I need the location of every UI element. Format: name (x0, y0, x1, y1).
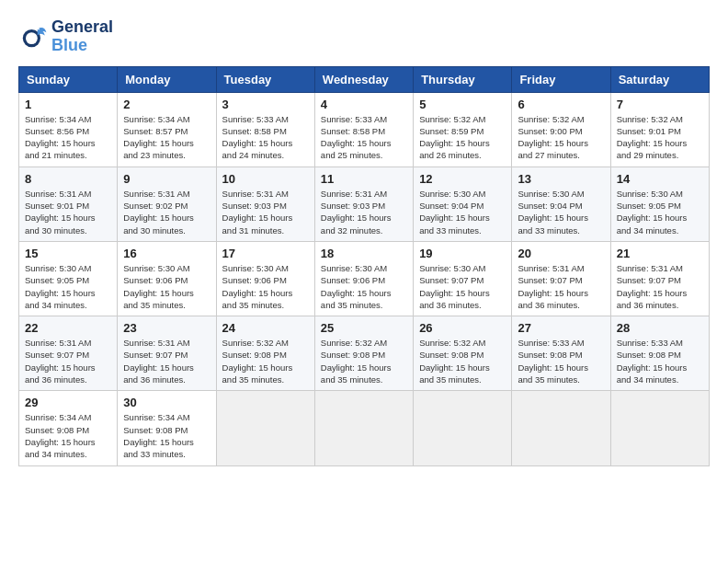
day-info: Sunrise: 5:31 AM Sunset: 9:01 PM Dayligh… (25, 188, 111, 236)
weekday-header: Sunday (19, 66, 118, 92)
day-info: Sunrise: 5:31 AM Sunset: 9:07 PM Dayligh… (123, 337, 210, 385)
day-number: 22 (25, 321, 111, 335)
calendar-day-cell: 12 Sunrise: 5:30 AM Sunset: 9:04 PM Dayl… (414, 167, 512, 241)
day-number: 20 (518, 247, 604, 260)
calendar-day-cell: 5 Sunrise: 5:32 AM Sunset: 8:59 PM Dayli… (414, 92, 512, 167)
logo: General Blue (18, 18, 113, 55)
day-info: Sunrise: 5:32 AM Sunset: 9:08 PM Dayligh… (321, 337, 407, 385)
calendar-day-cell: 28 Sunrise: 5:33 AM Sunset: 9:08 PM Dayl… (610, 316, 709, 391)
calendar-day-cell: 26 Sunrise: 5:32 AM Sunset: 9:08 PM Dayl… (414, 316, 512, 391)
calendar-day-cell: 11 Sunrise: 5:31 AM Sunset: 9:03 PM Dayl… (314, 167, 413, 241)
calendar-day-cell: 3 Sunrise: 5:33 AM Sunset: 8:58 PM Dayli… (216, 92, 314, 167)
day-number: 8 (25, 172, 111, 186)
day-info: Sunrise: 5:30 AM Sunset: 9:04 PM Dayligh… (419, 188, 506, 236)
calendar-day-cell: 16 Sunrise: 5:30 AM Sunset: 9:06 PM Dayl… (118, 241, 216, 316)
weekday-header: Tuesday (216, 66, 314, 92)
day-info: Sunrise: 5:30 AM Sunset: 9:06 PM Dayligh… (222, 262, 309, 311)
calendar-day-cell: 14 Sunrise: 5:30 AM Sunset: 9:05 PM Dayl… (610, 167, 709, 241)
day-number: 12 (419, 172, 506, 186)
calendar-day-cell: 13 Sunrise: 5:30 AM Sunset: 9:04 PM Dayl… (512, 167, 610, 241)
day-info: Sunrise: 5:33 AM Sunset: 8:58 PM Dayligh… (222, 113, 309, 162)
day-info: Sunrise: 5:31 AM Sunset: 9:07 PM Dayligh… (25, 337, 111, 385)
calendar-day-cell: 22 Sunrise: 5:31 AM Sunset: 9:07 PM Dayl… (19, 316, 118, 391)
day-info: Sunrise: 5:31 AM Sunset: 9:02 PM Dayligh… (123, 188, 210, 236)
calendar-day-cell: 2 Sunrise: 5:34 AM Sunset: 8:57 PM Dayli… (118, 92, 216, 167)
calendar-day-cell: 18 Sunrise: 5:30 AM Sunset: 9:06 PM Dayl… (314, 241, 413, 316)
day-info: Sunrise: 5:30 AM Sunset: 9:04 PM Dayligh… (518, 188, 604, 236)
calendar-day-cell: 4 Sunrise: 5:33 AM Sunset: 8:58 PM Dayli… (314, 92, 413, 167)
weekday-header: Thursday (414, 66, 512, 92)
day-info: Sunrise: 5:30 AM Sunset: 9:06 PM Dayligh… (321, 262, 407, 311)
calendar-day-cell: 17 Sunrise: 5:30 AM Sunset: 9:06 PM Dayl… (216, 241, 314, 316)
calendar-day-cell: 24 Sunrise: 5:32 AM Sunset: 9:08 PM Dayl… (216, 316, 314, 391)
calendar-header-row: SundayMondayTuesdayWednesdayThursdayFrid… (19, 66, 710, 92)
day-info: Sunrise: 5:32 AM Sunset: 9:01 PM Dayligh… (617, 113, 703, 162)
day-number: 13 (518, 172, 604, 186)
calendar-day-cell: 21 Sunrise: 5:31 AM Sunset: 9:07 PM Dayl… (610, 241, 709, 316)
day-info: Sunrise: 5:30 AM Sunset: 9:05 PM Dayligh… (617, 188, 703, 236)
day-number: 24 (222, 321, 309, 335)
day-number: 10 (222, 172, 309, 186)
day-number: 5 (419, 98, 506, 111)
weekday-header: Saturday (610, 66, 709, 92)
day-info: Sunrise: 5:32 AM Sunset: 9:08 PM Dayligh… (222, 337, 309, 385)
calendar-day-cell: 20 Sunrise: 5:31 AM Sunset: 9:07 PM Dayl… (512, 241, 610, 316)
day-number: 26 (419, 321, 506, 335)
calendar-day-cell: 1 Sunrise: 5:34 AM Sunset: 8:56 PM Dayli… (19, 92, 118, 167)
logo-line2: Blue (51, 37, 113, 55)
day-info: Sunrise: 5:34 AM Sunset: 8:57 PM Dayligh… (123, 113, 210, 162)
weekday-header: Friday (512, 66, 610, 92)
calendar-body: 1 Sunrise: 5:34 AM Sunset: 8:56 PM Dayli… (19, 92, 710, 465)
calendar-week-row: 8 Sunrise: 5:31 AM Sunset: 9:01 PM Dayli… (19, 167, 710, 241)
day-info: Sunrise: 5:32 AM Sunset: 9:00 PM Dayligh… (518, 113, 604, 162)
calendar-day-cell: 27 Sunrise: 5:33 AM Sunset: 9:08 PM Dayl… (512, 316, 610, 391)
calendar-week-row: 15 Sunrise: 5:30 AM Sunset: 9:05 PM Dayl… (19, 241, 710, 316)
calendar-day-cell (414, 391, 512, 465)
calendar-day-cell: 9 Sunrise: 5:31 AM Sunset: 9:02 PM Dayli… (118, 167, 216, 241)
day-info: Sunrise: 5:31 AM Sunset: 9:07 PM Dayligh… (518, 262, 604, 311)
day-number: 30 (123, 396, 210, 409)
day-info: Sunrise: 5:32 AM Sunset: 9:08 PM Dayligh… (419, 337, 506, 385)
day-number: 1 (25, 98, 111, 111)
day-info: Sunrise: 5:34 AM Sunset: 8:56 PM Dayligh… (25, 113, 111, 162)
calendar-day-cell: 30 Sunrise: 5:34 AM Sunset: 9:08 PM Dayl… (118, 391, 216, 465)
calendar-week-row: 29 Sunrise: 5:34 AM Sunset: 9:08 PM Dayl… (19, 391, 710, 465)
calendar-day-cell (610, 391, 709, 465)
calendar-day-cell: 29 Sunrise: 5:34 AM Sunset: 9:08 PM Dayl… (19, 391, 118, 465)
day-number: 16 (123, 247, 210, 260)
calendar-day-cell (314, 391, 413, 465)
calendar-day-cell: 19 Sunrise: 5:30 AM Sunset: 9:07 PM Dayl… (414, 241, 512, 316)
day-number: 14 (617, 172, 703, 186)
calendar-day-cell: 6 Sunrise: 5:32 AM Sunset: 9:00 PM Dayli… (512, 92, 610, 167)
logo-line1: General (51, 18, 113, 37)
day-number: 29 (25, 396, 111, 409)
day-info: Sunrise: 5:30 AM Sunset: 9:07 PM Dayligh… (419, 262, 506, 311)
day-number: 4 (321, 98, 407, 111)
day-info: Sunrise: 5:30 AM Sunset: 9:06 PM Dayligh… (123, 262, 210, 311)
day-number: 21 (617, 247, 703, 260)
day-number: 7 (617, 98, 703, 111)
calendar-day-cell: 23 Sunrise: 5:31 AM Sunset: 9:07 PM Dayl… (118, 316, 216, 391)
calendar-day-cell: 8 Sunrise: 5:31 AM Sunset: 9:01 PM Dayli… (19, 167, 118, 241)
day-number: 6 (518, 98, 604, 111)
calendar-table: SundayMondayTuesdayWednesdayThursdayFrid… (18, 66, 710, 466)
weekday-header: Wednesday (314, 66, 413, 92)
day-info: Sunrise: 5:33 AM Sunset: 9:08 PM Dayligh… (518, 337, 604, 385)
day-number: 19 (419, 247, 506, 260)
calendar-day-cell: 25 Sunrise: 5:32 AM Sunset: 9:08 PM Dayl… (314, 316, 413, 391)
calendar-week-row: 22 Sunrise: 5:31 AM Sunset: 9:07 PM Dayl… (19, 316, 710, 391)
day-number: 9 (123, 172, 210, 186)
day-number: 28 (617, 321, 703, 335)
day-info: Sunrise: 5:32 AM Sunset: 8:59 PM Dayligh… (419, 113, 506, 162)
day-number: 23 (123, 321, 210, 335)
calendar-day-cell: 7 Sunrise: 5:32 AM Sunset: 9:01 PM Dayli… (610, 92, 709, 167)
day-info: Sunrise: 5:33 AM Sunset: 9:08 PM Dayligh… (617, 337, 703, 385)
day-number: 11 (321, 172, 407, 186)
day-number: 2 (123, 98, 210, 111)
day-info: Sunrise: 5:30 AM Sunset: 9:05 PM Dayligh… (25, 262, 111, 311)
calendar-day-cell: 10 Sunrise: 5:31 AM Sunset: 9:03 PM Dayl… (216, 167, 314, 241)
calendar-week-row: 1 Sunrise: 5:34 AM Sunset: 8:56 PM Dayli… (19, 92, 710, 167)
day-number: 15 (25, 247, 111, 260)
svg-point-1 (26, 32, 38, 44)
day-number: 18 (321, 247, 407, 260)
